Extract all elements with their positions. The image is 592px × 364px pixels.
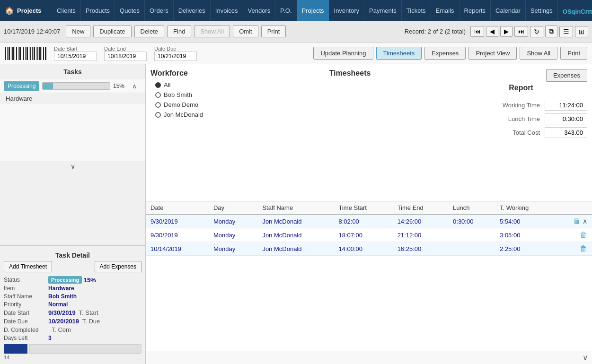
scroll-down-icon[interactable]: ∨: [583, 353, 588, 362]
working-time-label: Working Time: [455, 102, 540, 109]
date-start-input[interactable]: [54, 52, 97, 61]
delete-row-icon[interactable]: 🗑: [573, 217, 581, 225]
workforce-option-all[interactable]: All: [155, 81, 245, 88]
timesheets-table-section: Date Day Staff Name Time Start Time End …: [146, 201, 592, 351]
logo-area[interactable]: 🏠 Projects: [0, 6, 52, 15]
nav-first-button[interactable]: ⏮: [470, 26, 484, 37]
cell-2: Jon McDonald: [257, 215, 334, 228]
task-collapse-button[interactable]: ∧: [127, 81, 141, 91]
col-actions: [555, 201, 592, 215]
nav-next-button[interactable]: ▶: [500, 26, 512, 37]
sidebar-item-emails[interactable]: Emails: [431, 0, 459, 21]
cell-4: 21:12:00: [393, 228, 448, 242]
task-progress-bar: [42, 82, 110, 90]
delete-row-icon[interactable]: 🗑: [580, 231, 587, 239]
sidebar-item-projects[interactable]: Projects: [297, 0, 329, 21]
cell-6: 3:05:00: [495, 228, 555, 242]
sidebar-item-payments[interactable]: Payments: [364, 0, 402, 21]
sidebar-item-reports[interactable]: Reports: [459, 0, 491, 21]
nav-last-button[interactable]: ⏭: [514, 26, 528, 37]
cell-5: [448, 242, 495, 256]
sidebar-item-po[interactable]: P.O.: [275, 0, 297, 21]
right-top: Workforce All Bob Smith Demo Demo: [146, 64, 592, 201]
sidebar-item-vendors[interactable]: Vendors: [243, 0, 276, 21]
progress-number: 14: [4, 355, 141, 360]
home-icon: 🏠: [5, 6, 14, 15]
new-button[interactable]: New: [66, 26, 90, 37]
date-end-input[interactable]: [104, 52, 147, 61]
toolbar: 10/17/2019 12:40:07 New Duplicate Delete…: [0, 21, 592, 43]
col-lunch: Lunch: [448, 201, 495, 215]
col-staff-name: Staff Name: [257, 201, 334, 215]
external-link-button[interactable]: ⧉: [545, 26, 557, 37]
table-row: 9/30/2019MondayJon McDonald8:02:0014:26:…: [146, 215, 592, 228]
omit-button[interactable]: Omit: [233, 26, 258, 37]
item-value: Hardware: [48, 285, 141, 292]
tab-update-planning[interactable]: Update Planning: [313, 47, 373, 60]
task-progress-fill: [43, 83, 53, 89]
sidebar-item-orders[interactable]: Orders: [145, 0, 174, 21]
expenses-button[interactable]: Expenses: [546, 69, 587, 82]
sidebar-item-quotes[interactable]: Quotes: [115, 0, 145, 21]
sidebar-item-settings[interactable]: Settings: [526, 0, 558, 21]
table-row: 9/30/2019MondayJon McDonald18:07:0021:12…: [146, 228, 592, 242]
task-detail-buttons: Add Timesheet Add Expenses: [4, 261, 141, 272]
date-due-field: Date Due: [154, 46, 197, 61]
nav-prev-button[interactable]: ◀: [486, 26, 498, 37]
duplicate-button[interactable]: Duplicate: [93, 26, 131, 37]
date-end-field: Date End: [104, 46, 147, 61]
grid-button[interactable]: ⊞: [575, 26, 588, 37]
expand-row-icon[interactable]: ∧: [583, 217, 587, 225]
task-detail-section: Task Detail Add Timesheet Add Expenses S…: [0, 245, 145, 364]
date-row-buttons: Update Planning Timesheets Expenses Proj…: [313, 47, 587, 60]
workforce-option-demo[interactable]: Demo Demo: [155, 101, 245, 108]
show-all-button[interactable]: Show All: [194, 26, 230, 37]
refresh-button[interactable]: ↻: [530, 26, 543, 37]
cell-5: 0:30:00: [448, 215, 495, 228]
workforce-label-bob: Bob Smith: [164, 91, 192, 98]
cell-actions: 🗑∧: [555, 215, 592, 228]
total-cost-label: Total Cost: [455, 129, 540, 136]
workforce-option-jon[interactable]: Jon McDonald: [155, 111, 245, 118]
menu-button[interactable]: ☰: [559, 26, 573, 37]
lunch-time-value: 0:30:00: [545, 113, 587, 124]
tab-project-view[interactable]: Project View: [468, 47, 517, 60]
task-status-processing: Processing: [4, 81, 39, 91]
add-expenses-button[interactable]: Add Expenses: [95, 261, 141, 272]
radio-jon: [155, 112, 161, 118]
workforce-option-bob[interactable]: Bob Smith: [155, 91, 245, 98]
left-panel: Tasks Processing 15% ∧ Hardware ∨ Task D…: [0, 64, 146, 364]
priority-label: Priority: [4, 301, 46, 308]
days-left-value: 3: [48, 335, 141, 341]
timesheets-table: Date Day Staff Name Time Start Time End …: [146, 201, 592, 256]
date-due-input[interactable]: [154, 52, 197, 61]
date-start-label: Date Start: [54, 46, 97, 52]
tasks-expand-button[interactable]: ∨: [0, 161, 145, 172]
col-day: Day: [209, 201, 257, 215]
cell-3: 14:00:00: [334, 242, 392, 256]
sidebar-item-clients[interactable]: Clients: [52, 0, 81, 21]
add-timesheet-button[interactable]: Add Timesheet: [4, 261, 52, 272]
date-end-label: Date End: [104, 46, 147, 52]
timestamp: 10/17/2019 12:40:07: [4, 28, 60, 35]
d-completed-label: D. Completed: [4, 326, 46, 333]
delete-row-icon[interactable]: 🗑: [580, 244, 587, 253]
status-bar: Processing: [48, 276, 82, 284]
find-button[interactable]: Find: [167, 26, 191, 37]
item-label: Item: [4, 285, 46, 292]
sidebar-item-calendar[interactable]: Calendar: [491, 0, 526, 21]
cell-6: 5:54:00: [495, 215, 555, 228]
date-due-label-detail: Date Due: [4, 318, 46, 325]
table-header: Date Day Staff Name Time Start Time End …: [146, 201, 592, 215]
print-button[interactable]: Print: [261, 26, 286, 37]
tab-show-all[interactable]: Show All: [520, 47, 557, 60]
tab-timesheets[interactable]: Timesheets: [376, 47, 422, 60]
sidebar-item-deliveries[interactable]: Deliveries: [174, 0, 211, 21]
tab-expenses[interactable]: Expenses: [424, 47, 466, 60]
sidebar-item-inventory[interactable]: Inventory: [329, 0, 364, 21]
sidebar-item-products[interactable]: Products: [81, 0, 115, 21]
tab-print[interactable]: Print: [560, 47, 587, 60]
sidebar-item-invoices[interactable]: Invoices: [211, 0, 243, 21]
delete-button[interactable]: Delete: [134, 26, 165, 37]
sidebar-item-tickets[interactable]: Tickets: [402, 0, 431, 21]
